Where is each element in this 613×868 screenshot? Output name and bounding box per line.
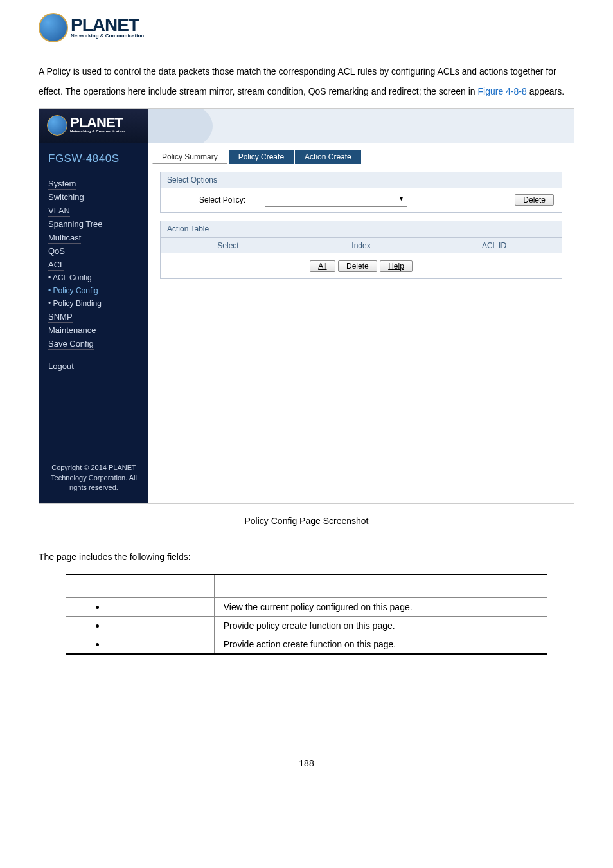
intro-paragraph: A Policy is used to control the data pac…	[39, 62, 574, 102]
action-buttons: All Delete Help	[161, 253, 562, 278]
all-button[interactable]: All	[310, 260, 335, 272]
th-index: Index	[296, 238, 427, 253]
logo-tagline: Networking & Communication	[71, 33, 144, 39]
app-logo-tagline: Networking & Communication	[70, 129, 125, 133]
nav-maintenance[interactable]: Maintenance	[39, 323, 148, 337]
copyright-text: Copyright © 2014 PLANET Technology Corpo…	[39, 463, 148, 503]
nav-logout[interactable]: Logout	[39, 359, 148, 373]
select-policy-dropdown[interactable]	[265, 194, 407, 207]
table-row: View the current policy configured on th…	[66, 597, 547, 616]
delete-action-button[interactable]: Delete	[338, 260, 377, 272]
row-desc: View the current policy configured on th…	[214, 597, 547, 616]
device-name: FGSW-4840S	[39, 149, 148, 177]
app-header: PLANET Networking & Communication	[39, 109, 574, 143]
delete-policy-button[interactable]: Delete	[515, 194, 554, 206]
nav-qos[interactable]: QoS	[39, 244, 148, 258]
nav-spanning-tree[interactable]: Spanning Tree	[39, 217, 148, 231]
figure-link: Figure 4-8-8	[477, 86, 526, 96]
tabs: Policy Summary Policy Create Action Crea…	[148, 143, 574, 164]
nav-snmp[interactable]: SNMP	[39, 310, 148, 323]
row-desc: Provide policy create function on this p…	[214, 616, 547, 635]
app-globe-icon	[47, 115, 67, 136]
select-options-panel: Select Options Select Policy: Delete	[160, 172, 562, 213]
logo-brand: PLANET	[71, 17, 144, 33]
nav-save-config[interactable]: Save Config	[39, 337, 148, 350]
help-button[interactable]: Help	[380, 260, 413, 272]
nav-acl-config[interactable]: • ACL Config	[39, 271, 148, 284]
th-select: Select	[161, 238, 296, 253]
tab-action-create[interactable]: Action Create	[295, 150, 361, 164]
fields-table: View the current policy configured on th…	[66, 574, 548, 655]
screenshot-caption: Policy Config Page Screenshot	[39, 516, 574, 526]
bullet-icon	[96, 606, 99, 609]
select-options-title: Select Options	[161, 172, 562, 188]
globe-icon	[39, 13, 68, 42]
action-table-title: Action Table	[161, 221, 562, 237]
tab-policy-summary[interactable]: Policy Summary	[152, 150, 227, 164]
nav-policy-config[interactable]: • Policy Config	[39, 284, 148, 297]
nav-switching[interactable]: Switching	[39, 190, 148, 204]
bullet-icon	[96, 624, 99, 628]
select-policy-label: Select Policy:	[168, 195, 252, 204]
nav-multicast[interactable]: Multicast	[39, 231, 148, 244]
table-row: Provide action create function on this p…	[66, 635, 547, 654]
action-table-panel: Action Table Select Index ACL ID All Del…	[160, 221, 562, 279]
intro-text-2: appears.	[527, 86, 564, 96]
row-desc: Provide action create function on this p…	[214, 635, 547, 654]
action-table-header: Select Index ACL ID	[161, 237, 562, 253]
app-screenshot: PLANET Networking & Communication FGSW-4…	[39, 108, 574, 504]
app-logo-brand: PLANET	[70, 117, 125, 129]
nav-vlan[interactable]: VLAN	[39, 204, 148, 217]
nav-policy-binding[interactable]: • Policy Binding	[39, 297, 148, 310]
app-main: Policy Summary Policy Create Action Crea…	[148, 143, 574, 503]
nav-system[interactable]: System	[39, 177, 148, 190]
app-sidebar: FGSW-4840S System Switching VLAN Spannin…	[39, 143, 148, 503]
fields-intro: The page includes the following fields:	[39, 552, 574, 562]
page-number: 188	[39, 758, 574, 768]
th-aclid: ACL ID	[427, 238, 562, 253]
nav-acl[interactable]: ACL	[39, 258, 148, 271]
table-row: Provide policy create function on this p…	[66, 616, 547, 635]
tab-policy-create[interactable]: Policy Create	[229, 150, 294, 164]
logo-header: PLANET Networking & Communication	[39, 13, 574, 42]
bullet-icon	[96, 643, 99, 646]
